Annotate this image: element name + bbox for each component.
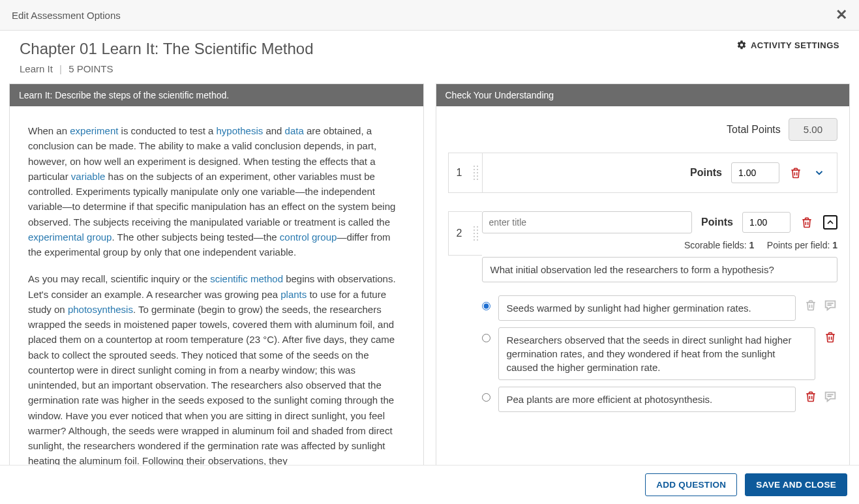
learn-it-body: When an experiment is conducted to test … [10, 106, 423, 465]
comment-icon [823, 389, 837, 404]
points-input[interactable] [742, 212, 791, 233]
gear-icon [736, 40, 747, 50]
answer-row: Seeds warmed by sunlight had higher germ… [482, 295, 838, 321]
link-plants[interactable]: plants [280, 289, 307, 300]
learn-it-panel: Learn It: Describe the steps of the scie… [9, 83, 424, 465]
check-understanding-header: Check Your Understanding [436, 84, 850, 106]
drag-handle[interactable] [470, 211, 482, 256]
learn-it-header: Learn It: Describe the steps of the scie… [10, 84, 423, 106]
chapter-subtitle: Learn It | 5 POINTS [0, 61, 859, 83]
delete-answer-button[interactable] [804, 389, 818, 404]
link-photosynthesis[interactable]: photosynthesis [68, 304, 133, 315]
answer-actions [823, 327, 837, 344]
answer-row: Researchers observed that the seeds in d… [482, 327, 838, 380]
question-card: Points Scorable fields: 1 [482, 211, 838, 412]
comment-answer-button[interactable] [823, 389, 837, 404]
subtitle-left: Learn It [20, 63, 53, 74]
comment-answer-button[interactable] [823, 298, 837, 312]
check-understanding-panel: Check Your Understanding Total Points 5.… [436, 83, 851, 465]
activity-settings-label: ACTIVITY SETTINGS [751, 40, 839, 50]
answer-radio[interactable] [482, 334, 490, 342]
trash-icon [800, 216, 813, 229]
collapse-question-button[interactable] [823, 215, 837, 230]
learn-it-paragraph-2: As you may recall, scientific inquiry or… [28, 271, 405, 465]
save-and-close-button[interactable]: SAVE AND CLOSE [745, 473, 847, 496]
delete-question-button[interactable] [800, 215, 814, 230]
chevron-down-icon [813, 167, 825, 179]
close-icon[interactable]: ✕ [836, 7, 847, 23]
link-scientific-method[interactable]: scientific method [210, 273, 283, 284]
answer-text[interactable]: Seeds warmed by sunlight had higher germ… [498, 295, 796, 321]
delete-answer-button[interactable] [823, 330, 837, 344]
link-hypothesis[interactable]: hypothesis [217, 125, 264, 136]
link-experimental-group[interactable]: experimental group [28, 231, 112, 243]
points-label: Points [701, 216, 733, 228]
trash-icon [804, 299, 817, 312]
comment-icon [823, 298, 837, 312]
question-row-1: 1 Points [448, 153, 838, 193]
question-number: 2 [448, 211, 470, 256]
trash-icon [824, 331, 837, 344]
answer-actions [804, 295, 837, 312]
link-data[interactable]: data [285, 125, 304, 136]
answer-radio[interactable] [482, 393, 490, 402]
answer-actions [804, 387, 837, 404]
delete-question-button[interactable] [789, 166, 803, 180]
dialog-header: Edit Assessment Options ✕ [0, 0, 859, 31]
total-points-value: 5.00 [789, 118, 837, 141]
link-control-group[interactable]: control group [280, 231, 337, 243]
add-question-button[interactable]: ADD QUESTION [645, 473, 737, 496]
answer-radio[interactable] [482, 302, 490, 310]
page-title: Chapter 01 Learn It: The Scientific Meth… [20, 40, 313, 58]
question-title-input[interactable] [482, 211, 693, 233]
question-stem[interactable]: What initial observation led the researc… [482, 257, 838, 282]
question-number: 1 [448, 153, 470, 193]
drag-handle[interactable] [470, 153, 482, 193]
dialog-title: Edit Assessment Options [12, 10, 121, 21]
question-card: Points [482, 153, 838, 193]
total-points-label: Total Points [727, 124, 781, 136]
answer-text[interactable]: Researchers observed that the seeds in d… [498, 327, 816, 380]
content-scroll[interactable]: Chapter 01 Learn It: The Scientific Meth… [0, 31, 859, 465]
answer-row: Pea plants are more efficient at photosy… [482, 387, 838, 412]
link-experiment[interactable]: experiment [70, 125, 118, 136]
learn-it-paragraph-1: When an experiment is conducted to test … [28, 123, 405, 259]
delete-answer-button[interactable] [804, 298, 818, 312]
chevron-up-icon [825, 217, 836, 228]
subtitle-right: 5 POINTS [68, 63, 113, 74]
answer-text[interactable]: Pea plants are more efficient at photosy… [498, 387, 796, 412]
subtitle-divider: | [59, 63, 62, 74]
points-input[interactable] [731, 162, 779, 183]
question-row-2: 2 Points [448, 211, 838, 412]
points-label: Points [690, 167, 722, 179]
dialog-footer: ADD QUESTION SAVE AND CLOSE [0, 465, 859, 504]
question-meta: Scorable fields: 1 Points per field: 1 [482, 240, 838, 250]
trash-icon [789, 166, 802, 179]
link-variable[interactable]: variable [71, 171, 106, 182]
expand-question-button[interactable] [812, 166, 826, 180]
trash-icon [804, 390, 817, 403]
activity-settings-button[interactable]: ACTIVITY SETTINGS [736, 40, 839, 50]
